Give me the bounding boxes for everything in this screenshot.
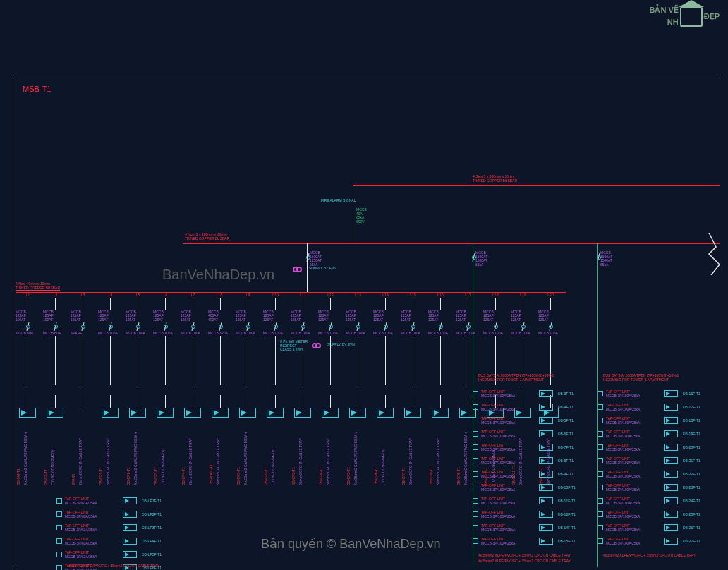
outgoing-label-8: DB-CR1-T1: [237, 422, 241, 485]
breaker-L8: L8 MCCB400AF400AT MCCB 320A: [208, 293, 233, 385]
tapoff-row: TAP-OFF UNITMCCB-3P/100A/25kA DB-4F-T1: [473, 400, 576, 413]
dist-box-L1: [19, 408, 36, 418]
dist-box-L13: [349, 408, 366, 418]
breaker-L15: L15 MCCB125AF125AT MCCB 100A: [401, 293, 425, 385]
riser-mid: [307, 243, 308, 292]
outgoing-label-14: DB-CR7-T1: [402, 422, 406, 485]
tapoff-row: TAP-OFF UNITMCCB-3P/100A/25kA DB-14F-T1: [473, 521, 576, 534]
tapoff-row: TAP-OFF UNITMCCB-3P/100A/25kA DB-22F-T1: [597, 467, 700, 480]
breaker-L2: L2 MCCB125AF100AT MCCB 80A: [43, 293, 68, 385]
tapoff-row: TAP-OFF UNITMCCB-3P/63A/25kA DB-LP4F-T1: [56, 534, 162, 547]
dist-box-L6: [157, 408, 174, 418]
outgoing-label-10: DB-CR3-T1: [292, 422, 296, 485]
tapoff-row: TAP-OFF UNITMCCB-3P/100A/25kA DB-24F-T1: [597, 494, 700, 507]
dist-box-L10: [267, 408, 284, 418]
tapoff-row: TAP-OFF UNITMCCB-3P/100A/25kA DB-27F-T1: [597, 534, 700, 547]
tapoff-row: TAP-OFF UNITMCCB-3P/100A/25kA DB-18F-T1: [597, 413, 700, 427]
panel-title: MSB-T1: [18, 83, 55, 95]
breaker-L19: L19 MCCB125AF125AT MCCB 100A: [511, 293, 535, 385]
riser-2: [597, 243, 598, 567]
tapoff-row: TAP-OFF UNITMCCB-3P/100A/25kA DB-12F-T1: [473, 507, 576, 521]
riser-breaker-2: MCCB1600AF1500AT65kA: [600, 251, 613, 267]
riser-1: [473, 243, 473, 567]
dist-box-L15: [404, 408, 421, 418]
tapoff-panel-1: TAP-OFF UNITMCCB-3P/100A/25kA DB-3F-T1 T…: [473, 387, 576, 547]
outgoing-label-1: DB-CP-T1: [44, 422, 49, 485]
dist-box-L9: [239, 408, 256, 418]
breaker-L9: L9 MCCB125AF125AT MCCB 100A: [236, 293, 260, 385]
breaker-L16: L16 MCCB125AF125AT MCCB 100A: [428, 293, 453, 385]
busbar-lower-label: 4 Nos. 40mm x 10mm TINNED COPPER BUSBAR: [16, 282, 60, 290]
tapoff-row: TAP-OFF UNITMCCB-3P/100A/25kA DB-25F-T1: [597, 507, 700, 521]
supply-evn-1-label: SUPPLY BY EVN: [309, 267, 336, 271]
fire-alarm-spec: MCCB40A65kA690V: [356, 208, 367, 224]
tapoff-row: TAP-OFF UNITMCCB-3P/100A/25kA DB-6F-T1: [473, 427, 576, 440]
outgoing-label-13: DB-CR6-T1: [375, 422, 379, 485]
breaker-L20: L20 MCCB125AF125AT MCCB 100A: [538, 293, 563, 385]
watermark-logo: BẢN VẼ NH ĐẸP: [649, 6, 720, 28]
tapoff-row: TAP-OFF UNITMCCB-3P/100A/25kA DB-8F-T1: [473, 454, 576, 467]
riser-breaker-1: MCCB1600AF1500AT65kA: [475, 251, 488, 267]
tapoff-row: TAP-OFF UNITMCCB-3P/100A/25kA DB-15F-T1: [473, 534, 576, 547]
busbar-upper: [353, 185, 720, 186]
busbar-mid: [183, 243, 720, 244]
breaker-L5: L5 MCCB125AF125AT MCCB 100A: [126, 293, 150, 385]
breaker-L10: L10 MCCB125AF125AT MCCB 100A: [263, 293, 288, 385]
breaker-L7: L7 MCCB125AF125AT MCCB 100A: [181, 293, 205, 385]
breaker-L4: L4 MCCB125AF125AT MCCB 100A: [98, 293, 123, 385]
supply-evn-1: [293, 267, 304, 278]
dist-box-L11: [294, 408, 311, 418]
breaker-L6: L6 MCCB125AF125AT MCCB 100A: [153, 293, 178, 385]
outgoing-label-2: SPARE: [72, 422, 76, 485]
cad-canvas[interactable]: MSB-T1 BẢN VẼ NH ĐẸP BanVeNhaDep.vn Bản …: [0, 0, 728, 570]
cable-note-2: 4x35mm2 XLPE/PVC/FC + 35mm2 CPC ON CABLE…: [478, 559, 571, 564]
tapoff-row: TAP-OFF UNITMCCB-3P/100A/25kA DB-7F-T1: [473, 440, 576, 454]
riser-breaker-0: MCCB1600AF1250AT65kA: [310, 251, 322, 267]
outgoing-label-7: DB-POOL-T1: [210, 422, 214, 485]
outgoing-label-11: DB-CR4-T1: [320, 422, 324, 485]
breaker-L12: L12 MCCB125AF125AT MCCB 100A: [318, 293, 343, 385]
tapoff-row: TAP-OFF UNITMCCB-3P/100A/25kA DB-9F-T1: [473, 467, 576, 480]
cable-note-1: 4x35mm2 XLPE/PVC/FC + 35mm2 CPC ON CABLE…: [478, 554, 571, 558]
tapoff-row: TAP-OFF UNITMCCB-3P/100A/25kA DB-3F-T1: [473, 387, 576, 400]
cable-note-3: 4x35mm2 XLPE/PVC/FC + 35mm2 CPC ON CABLE…: [603, 554, 696, 558]
left-sub-panel: TAP-OFF UNITMCCB-3P/63A/25kA DB-LP1F-T1 …: [56, 494, 162, 570]
outgoing-label-12: DB-CR5-T1: [347, 422, 351, 485]
outgoing-label-15: DB-CR8-T1: [430, 422, 434, 485]
fire-alarm-label: FIRE ALARM SIGNAL: [321, 199, 356, 203]
busbar-mid-label: 4 Nos. 2 x 100mm x 10mm TINNED COPPER BU…: [185, 233, 229, 241]
tapoff-row: TAP-OFF UNITMCCB-3P/100A/25kA DB-23F-T1: [597, 480, 700, 494]
breaker-L13: L13 MCCB125AF125AT MCCB 100A: [346, 293, 370, 385]
dist-box-L7: [184, 408, 201, 418]
tapoff-row: TAP-OFF UNITMCCB-3P/63A/25kA DB-LP3F-T1: [56, 521, 162, 534]
cable-note-left: 4x35mm2 XLPE/PVC/FC + 35mm2 CPC ON CABLE…: [67, 564, 159, 569]
tapoff-row: TAP-OFF UNITMCCB-3P/100A/25kA DB-21F-T1: [597, 454, 700, 467]
tapoff-row: TAP-OFF UNITMCCB-3P/100A/25kA DB-17F-T1: [597, 400, 700, 413]
tapoff-row: TAP-OFF UNITMCCB-3P/100A/25kA DB-11F-T1: [473, 494, 576, 507]
breaker-L14: L14 MCCB125AF125AT MCCB 100A: [373, 293, 398, 385]
right-header-2: BUS BAYS Al 1600A TPBN (TP+100%N)+50%E I…: [603, 374, 679, 382]
breaker-L3: L3 MCCB125AF125AT SPARE: [71, 293, 95, 385]
outgoing-label-3: DB-CP1-T1: [99, 422, 104, 485]
tapoff-row: TAP-OFF UNITMCCB-3P/63A/25kA DB-LP1F-T1: [56, 494, 162, 507]
outgoing-label-0: DB-BM-T1: [17, 422, 21, 485]
tapoff-row: TAP-OFF UNITMCCB-3P/100A/25kA DB-5F-T1: [473, 413, 576, 427]
tapoff-row: TAP-OFF UNITMCCB-3P/100A/25kA DB-20F-T1: [597, 440, 700, 454]
tapoff-panel-2: TAP-OFF UNITMCCB-3P/100A/25kA DB-16F-T1 …: [597, 387, 700, 547]
dist-box-L12: [322, 408, 339, 418]
dist-box-L16: [432, 408, 449, 418]
tapoff-row: TAP-OFF UNITMCCB-3P/100A/25kA DB-16F-T1: [597, 387, 700, 400]
dist-box-L14: [377, 408, 394, 418]
breaker-L1: L1 MCCB125AF100AT MCCB 80A: [16, 293, 40, 385]
tapoff-row: TAP-OFF UNITMCCB-3P/63A/25kA DB-LP5F-T1: [56, 547, 162, 561]
right-header-1: BUS BAYS Al 1600A TPBN (TP+100%N)+50%E I…: [478, 374, 554, 382]
outgoing-label-4: DB-CP2-T1: [127, 422, 131, 485]
tapoff-row: TAP-OFF UNITMCCB-3P/100A/25kA DB-10F-T1: [473, 480, 576, 494]
tapoff-row: TAP-OFF UNITMCCB-3P/100A/25kA DB-26F-T1: [597, 521, 700, 534]
breaker-L17: L17 MCCB125AF125AT MCCB 100A: [456, 293, 480, 385]
breaker-L11: L11 MCCB125AF125AT MCCB 100A: [291, 293, 315, 385]
breaker-L18: L18 MCCB125AF125AT MCCB 100A: [483, 293, 508, 385]
tapoff-row: TAP-OFF UNITMCCB-3P/63A/25kA DB-LP2F-T1: [56, 507, 162, 521]
tapoff-row: TAP-OFF UNITMCCB-3P/100A/25kA DB-19F-T1: [597, 427, 700, 440]
outgoing-label-5: DB-CP3-T1: [154, 422, 159, 485]
